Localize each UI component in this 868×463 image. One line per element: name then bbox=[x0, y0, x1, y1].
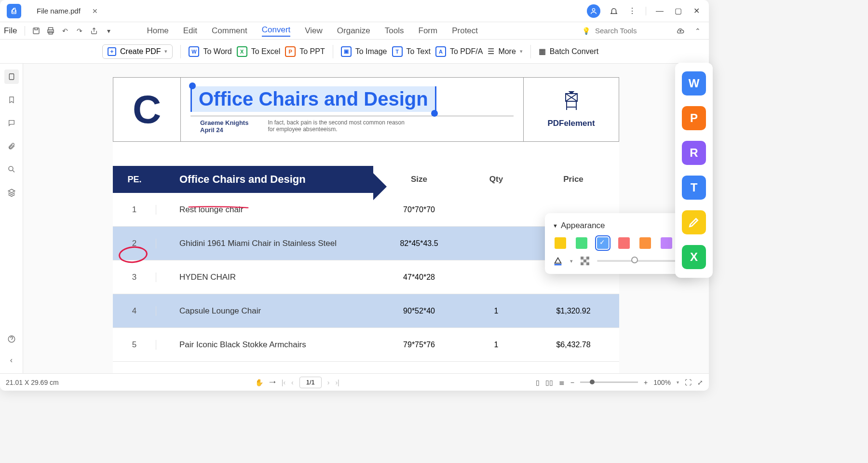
tab-edit[interactable]: Edit bbox=[183, 26, 197, 36]
app-window: ⎙ File name.pdf ✕ ⋮ — ▢ ✕ File ↶ ↷ ▾ bbox=[0, 0, 709, 391]
kebab-menu-icon[interactable]: ⋮ bbox=[627, 6, 637, 16]
to-ppt-label: To PPT bbox=[299, 47, 325, 56]
svg-rect-16 bbox=[586, 262, 589, 265]
batch-convert-label: Batch Convert bbox=[550, 47, 598, 56]
undo-icon[interactable]: ↶ bbox=[60, 26, 70, 36]
tab-organize[interactable]: Organize bbox=[337, 26, 370, 36]
main-menu-tabs: Home Edit Comment Convert View Organize … bbox=[147, 25, 478, 37]
opacity-slider[interactable] bbox=[597, 260, 687, 262]
fit-width-icon[interactable]: ⛶ bbox=[685, 379, 692, 386]
tile-powerpoint[interactable]: P bbox=[682, 106, 706, 130]
to-pdfa-button[interactable]: ATo PDF/A bbox=[435, 46, 483, 57]
swatch-green[interactable] bbox=[576, 237, 587, 249]
single-page-icon[interactable]: ▯ bbox=[536, 379, 540, 386]
tab-view[interactable]: View bbox=[305, 26, 323, 36]
cloud-upload-icon[interactable] bbox=[675, 26, 686, 36]
file-menu[interactable]: File bbox=[4, 26, 17, 36]
fullscreen-icon[interactable]: ⤢ bbox=[697, 379, 703, 386]
to-image-button[interactable]: ▣To Image bbox=[341, 46, 387, 57]
document-canvas[interactable]: C Office Chairs and Design Graeme Knigh bbox=[23, 64, 709, 373]
thumbnails-icon[interactable] bbox=[4, 69, 19, 84]
selection-handle-start[interactable] bbox=[189, 82, 196, 89]
bell-icon[interactable] bbox=[609, 6, 619, 16]
chevron-down-icon[interactable]: ▾ bbox=[570, 258, 573, 264]
tab-protect[interactable]: Protect bbox=[452, 26, 478, 36]
share-icon[interactable] bbox=[89, 26, 99, 36]
selection-handle-end[interactable] bbox=[431, 110, 438, 117]
app-logo-icon: ⎙ bbox=[7, 4, 21, 18]
save-icon[interactable] bbox=[31, 26, 41, 36]
dropdown-icon[interactable]: ▾ bbox=[103, 26, 114, 36]
layers-icon[interactable] bbox=[4, 185, 19, 200]
appearance-header[interactable]: ▼ Appearance bbox=[553, 221, 687, 231]
hand-tool-icon[interactable]: ✋ bbox=[255, 379, 263, 386]
help-icon[interactable] bbox=[4, 332, 19, 346]
batch-convert-button[interactable]: ▦Batch Convert bbox=[539, 47, 598, 56]
row-name: Rest lounge chair bbox=[156, 205, 373, 215]
author-name: Graeme Knights bbox=[200, 119, 248, 126]
prev-page-icon[interactable]: ‹ bbox=[291, 379, 294, 386]
to-excel-button[interactable]: XTo Excel bbox=[237, 46, 280, 57]
next-page-icon[interactable]: › bbox=[327, 379, 330, 386]
user-avatar-icon[interactable] bbox=[587, 4, 600, 18]
two-page-icon[interactable]: ▯▯ bbox=[545, 379, 553, 386]
tab-form[interactable]: Form bbox=[419, 26, 438, 36]
caret-down-icon: ▼ bbox=[553, 223, 558, 229]
fill-color-icon[interactable] bbox=[553, 256, 563, 266]
zoom-out-icon[interactable]: − bbox=[570, 379, 574, 386]
swatch-yellow[interactable] bbox=[555, 237, 566, 249]
tab-tools[interactable]: Tools bbox=[385, 26, 404, 36]
tile-edit[interactable] bbox=[682, 210, 706, 234]
comment-panel-icon[interactable] bbox=[4, 116, 19, 130]
file-tab[interactable]: File name.pdf ✕ bbox=[33, 0, 102, 22]
row-size: 79*75*76 bbox=[373, 340, 465, 349]
tile-excel[interactable]: X bbox=[682, 245, 706, 269]
to-ppt-button[interactable]: PTo PPT bbox=[285, 46, 325, 57]
row-size: 82*45*43.5 bbox=[373, 239, 465, 248]
attachment-icon[interactable] bbox=[4, 139, 19, 153]
chevron-down-icon[interactable]: ▾ bbox=[677, 380, 679, 385]
tab-home[interactable]: Home bbox=[147, 26, 168, 36]
author-block: Graeme Knights April 24 bbox=[200, 119, 248, 134]
zoom-thumb[interactable] bbox=[590, 380, 595, 384]
page-number-input[interactable] bbox=[299, 377, 322, 388]
more-button[interactable]: ☰More▾ bbox=[488, 47, 522, 56]
header-desc: Office Chairs and Design bbox=[156, 173, 373, 186]
collapse-sidebar-icon[interactable]: ‹ bbox=[4, 353, 19, 368]
maximize-icon[interactable]: ▢ bbox=[673, 6, 683, 16]
collapse-ribbon-icon[interactable]: ⌃ bbox=[692, 26, 703, 36]
swatch-blue[interactable] bbox=[597, 237, 609, 249]
tile-rtf[interactable]: R bbox=[682, 141, 706, 165]
minimize-icon[interactable]: — bbox=[655, 6, 665, 16]
slider-thumb[interactable] bbox=[631, 257, 638, 263]
search-icon[interactable] bbox=[4, 162, 19, 177]
print-icon[interactable] bbox=[45, 26, 56, 36]
search-tools-input[interactable] bbox=[595, 27, 667, 35]
lightbulb-icon[interactable]: 💡 bbox=[581, 26, 591, 36]
row-name: HYDEN CHAIR bbox=[156, 272, 373, 282]
row-price: $6,432.78 bbox=[528, 340, 619, 349]
bookmark-icon[interactable] bbox=[4, 93, 19, 107]
selected-title-text[interactable]: Office Chairs and Design bbox=[190, 86, 436, 112]
svg-rect-1 bbox=[33, 28, 39, 34]
to-text-button[interactable]: TTo Text bbox=[392, 46, 431, 57]
redo-icon[interactable]: ↷ bbox=[74, 26, 85, 36]
last-page-icon[interactable]: ›| bbox=[335, 379, 339, 386]
close-window-icon[interactable]: ✕ bbox=[692, 6, 701, 16]
zoom-in-icon[interactable]: + bbox=[644, 379, 648, 386]
tab-comment[interactable]: Comment bbox=[212, 26, 247, 36]
tile-text[interactable]: T bbox=[682, 176, 706, 200]
swatch-red[interactable] bbox=[618, 237, 630, 249]
select-tool-icon[interactable]: ⭢ bbox=[269, 379, 276, 386]
swatch-purple[interactable] bbox=[661, 237, 672, 249]
create-pdf-button[interactable]: + Create PDF ▾ bbox=[102, 44, 173, 59]
tab-convert[interactable]: Convert bbox=[262, 25, 291, 37]
swatch-orange[interactable] bbox=[639, 237, 651, 249]
zoom-slider[interactable] bbox=[580, 381, 638, 383]
first-page-icon[interactable]: |‹ bbox=[282, 379, 285, 386]
to-word-button[interactable]: WTo Word bbox=[189, 46, 231, 57]
close-tab-icon[interactable]: ✕ bbox=[92, 7, 98, 15]
tile-word[interactable]: W bbox=[682, 71, 706, 95]
opacity-grid-icon[interactable] bbox=[580, 256, 590, 266]
scroll-icon[interactable]: ≣ bbox=[559, 379, 565, 386]
